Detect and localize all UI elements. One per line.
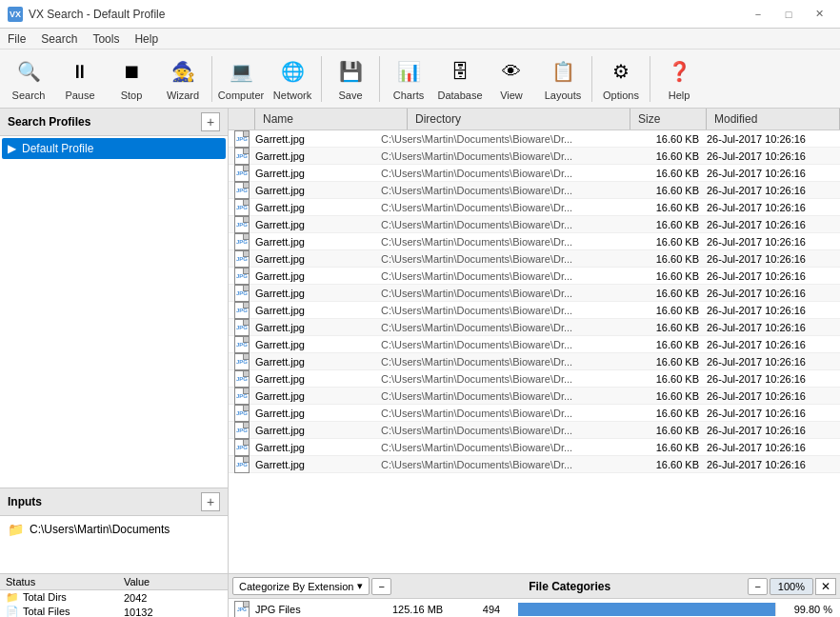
table-row[interactable]: JPG Garrett.jpg C:\Users\Martin\Document… <box>229 148 840 165</box>
folder-icon: 📁 <box>8 522 24 537</box>
result-dir: C:\Users\Martin\Documents\Bioware\Dr... <box>381 270 630 282</box>
result-modified: 26-Jul-2017 10:26:16 <box>707 270 840 282</box>
result-name: Garrett.jpg <box>255 305 381 316</box>
pause-icon: ⏸ <box>65 56 95 87</box>
input-item: 📁 C:\Users\Martin\Documents <box>8 520 220 539</box>
toolbar-sep-1 <box>211 56 212 102</box>
file-icon: JPG <box>229 130 255 148</box>
table-row[interactable]: JPG Garrett.jpg C:\Users\Martin\Document… <box>229 336 840 353</box>
view-button[interactable]: 👁 View <box>487 52 536 106</box>
layouts-button[interactable]: 📋 Layouts <box>538 52 588 106</box>
result-dir: C:\Users\Martin\Documents\Bioware\Dr... <box>381 219 630 230</box>
wizard-button[interactable]: 🧙 Wizard <box>158 52 208 106</box>
title-bar-left: VX VX Search - Default Profile <box>8 7 165 22</box>
profile-item-default[interactable]: ▶ Default Profile <box>2 138 226 159</box>
result-size: 16.60 KB <box>630 150 707 162</box>
table-row[interactable]: JPG Garrett.jpg C:\Users\Martin\Document… <box>229 182 840 199</box>
table-row[interactable]: JPG Garrett.jpg C:\Users\Martin\Document… <box>229 250 840 268</box>
table-row[interactable]: JPG Garrett.jpg C:\Users\Martin\Document… <box>229 353 840 370</box>
app-icon: VX <box>8 7 23 22</box>
file-icon: JPG <box>229 370 255 388</box>
menu-help[interactable]: Help <box>127 29 166 49</box>
result-name: Garrett.jpg <box>255 185 381 196</box>
maximize-button[interactable]: □ <box>775 5 802 24</box>
table-row[interactable]: JPG Garrett.jpg C:\Users\Martin\Document… <box>229 285 840 302</box>
status-col-label: Status <box>0 574 118 590</box>
table-row[interactable]: JPG Garrett.jpg C:\Users\Martin\Document… <box>229 405 840 422</box>
help-button[interactable]: ❓ Help <box>654 52 704 106</box>
save-icon: 💾 <box>335 56 366 87</box>
table-row[interactable]: JPG Garrett.jpg C:\Users\Martin\Document… <box>229 388 840 405</box>
file-icon: JPG <box>229 165 255 182</box>
col-header-size[interactable]: Size <box>630 109 707 129</box>
close-button[interactable]: ✕ <box>806 5 832 24</box>
main-layout: Search Profiles + ▶ Default Profile Inpu… <box>0 109 840 573</box>
cat-expand-btn[interactable]: − <box>748 578 767 595</box>
add-input-button[interactable]: + <box>201 492 220 511</box>
computer-button[interactable]: 💻 Computer <box>216 52 266 106</box>
result-modified: 26-Jul-2017 10:26:16 <box>707 219 840 230</box>
col-header-dir[interactable]: Directory <box>408 109 630 129</box>
table-row[interactable]: JPG Garrett.jpg C:\Users\Martin\Document… <box>229 199 840 216</box>
network-button-label: Network <box>273 90 311 101</box>
category-row[interactable]: JPG JPG Files 125.16 MB 494 99.80 % <box>229 599 840 617</box>
cat-close-button[interactable]: ✕ <box>815 578 836 595</box>
status-row-icon: 📄 <box>6 606 19 617</box>
options-button[interactable]: ⚙ Options <box>596 52 646 106</box>
table-row[interactable]: JPG Garrett.jpg C:\Users\Martin\Document… <box>229 216 840 233</box>
status-value: 2042 <box>118 590 228 606</box>
cat-collapse-btn[interactable]: − <box>371 578 390 595</box>
icon-col-header <box>229 109 255 129</box>
help-icon: ❓ <box>664 56 694 87</box>
table-row[interactable]: JPG Garrett.jpg C:\Users\Martin\Document… <box>229 302 840 319</box>
table-row[interactable]: JPG Garrett.jpg C:\Users\Martin\Document… <box>229 319 840 336</box>
charts-button[interactable]: 📊 Charts <box>384 52 433 106</box>
menu-tools[interactable]: Tools <box>85 29 127 49</box>
result-size: 16.60 KB <box>630 322 707 333</box>
search-button[interactable]: 🔍 Search <box>4 52 53 106</box>
database-button-label: Database <box>437 90 482 101</box>
categories-toolbar: Categorize By Extension ▾ − File Categor… <box>229 574 840 599</box>
pause-button[interactable]: ⏸ Pause <box>55 52 105 106</box>
save-button[interactable]: 💾 Save <box>326 52 375 106</box>
stop-button[interactable]: ⏹ Stop <box>107 52 156 106</box>
database-button[interactable]: 🗄 Database <box>435 52 485 106</box>
table-row[interactable]: JPG Garrett.jpg C:\Users\Martin\Document… <box>229 130 840 148</box>
result-size: 16.60 KB <box>630 339 707 350</box>
categorize-dropdown[interactable]: Categorize By Extension ▾ <box>232 577 370 595</box>
status-table: Status Value 📁Total Dirs 2042 📄Total Fil… <box>0 574 228 617</box>
result-dir: C:\Users\Martin\Documents\Bioware\Dr... <box>381 202 630 213</box>
col-header-modified[interactable]: Modified <box>707 109 840 129</box>
charts-button-label: Charts <box>393 90 424 101</box>
add-profile-button[interactable]: + <box>201 112 220 131</box>
table-row[interactable]: JPG Garrett.jpg C:\Users\Martin\Document… <box>229 165 840 182</box>
results-header: Name Directory Size Modified <box>229 109 840 130</box>
table-row[interactable]: JPG Garrett.jpg C:\Users\Martin\Document… <box>229 370 840 388</box>
table-row[interactable]: JPG Garrett.jpg C:\Users\Martin\Document… <box>229 456 840 473</box>
table-row[interactable]: JPG Garrett.jpg C:\Users\Martin\Document… <box>229 422 840 439</box>
minimize-button[interactable]: − <box>745 5 771 24</box>
categorize-dropdown-arrow: ▾ <box>357 580 363 592</box>
search-profiles-list: ▶ Default Profile <box>0 136 228 488</box>
result-size: 16.60 KB <box>630 253 707 265</box>
result-size: 16.60 KB <box>630 133 707 145</box>
status-label: 📁Total Dirs <box>0 590 118 606</box>
result-dir: C:\Users\Martin\Documents\Bioware\Dr... <box>381 373 630 385</box>
inputs-list: 📁 C:\Users\Martin\Documents <box>0 516 228 573</box>
file-icon: JPG <box>229 319 255 336</box>
result-dir: C:\Users\Martin\Documents\Bioware\Dr... <box>381 425 630 436</box>
table-row[interactable]: JPG Garrett.jpg C:\Users\Martin\Document… <box>229 439 840 456</box>
menu-search[interactable]: Search <box>33 29 85 49</box>
profile-name: Default Profile <box>22 142 93 155</box>
menu-file[interactable]: File <box>0 29 33 49</box>
results-panel: Name Directory Size Modified JPG Garrett… <box>229 109 840 573</box>
results-list[interactable]: JPG Garrett.jpg C:\Users\Martin\Document… <box>229 130 840 573</box>
result-size: 16.60 KB <box>630 373 707 385</box>
result-size: 16.60 KB <box>630 356 707 368</box>
result-dir: C:\Users\Martin\Documents\Bioware\Dr... <box>381 322 630 333</box>
table-row[interactable]: JPG Garrett.jpg C:\Users\Martin\Document… <box>229 268 840 285</box>
network-button[interactable]: 🌐 Network <box>268 52 317 106</box>
col-header-name[interactable]: Name <box>255 109 408 129</box>
result-size: 16.60 KB <box>630 425 707 436</box>
table-row[interactable]: JPG Garrett.jpg C:\Users\Martin\Document… <box>229 233 840 250</box>
